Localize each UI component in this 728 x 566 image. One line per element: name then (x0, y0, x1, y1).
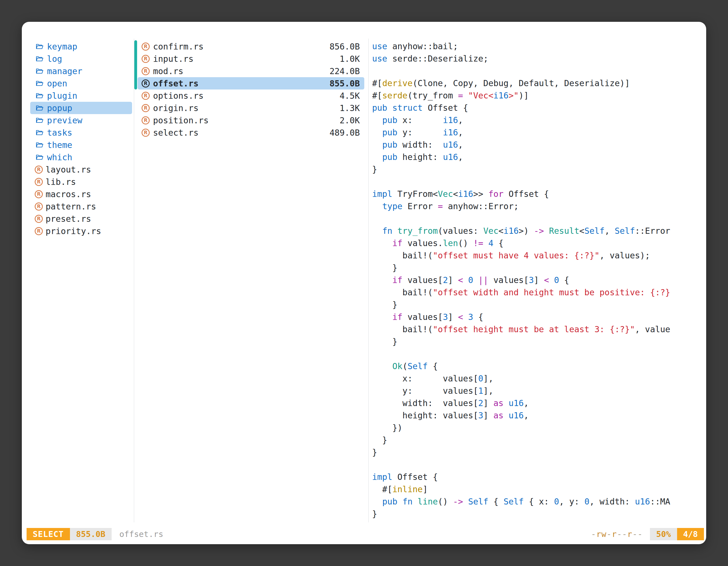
rust-file-icon: R (142, 55, 150, 63)
code-line: use serde::Deserialize; (372, 53, 701, 65)
sidebar-folder-popup[interactable]: popup (30, 102, 132, 114)
entry-name: macros.rs (46, 189, 91, 199)
code-line: } (372, 262, 701, 274)
code-line: #[serde(try_from = "Vec<i16>")] (372, 90, 701, 102)
code-line: impl TryFrom<Vec<i16>> for Offset { (372, 188, 701, 200)
code-line (372, 213, 701, 225)
sidebar-file-macros-rs[interactable]: Rmacros.rs (30, 188, 132, 200)
sidebar-file-layout-rs[interactable]: Rlayout.rs (30, 163, 132, 176)
code-line: x: values[0], (372, 372, 701, 385)
parent-directory-pane[interactable]: keymaplogmanageropenpluginpopuppreviewta… (30, 40, 132, 521)
file-name: input.rs (153, 54, 194, 64)
sidebar-file-priority-rs[interactable]: Rpriority.rs (30, 225, 132, 237)
rust-file-icon: R (142, 43, 150, 51)
file-size-badge: 855.0B (70, 528, 112, 540)
file-row-select-rs[interactable]: Rselect.rs489.0B (138, 126, 364, 139)
code-line: fn try_from(values: Vec<i16>) -> Result<… (372, 225, 701, 237)
sidebar-file-preset-rs[interactable]: Rpreset.rs (30, 213, 132, 225)
file-name: offset.rs (153, 79, 199, 88)
file-row-mod-rs[interactable]: Rmod.rs224.0B (138, 65, 364, 77)
file-size: 489.0B (330, 128, 360, 138)
status-bar: SELECT 855.0B offset.rs -rw-r--r-- 50% 4… (27, 528, 704, 540)
code-line (372, 348, 701, 360)
sidebar-folder-log[interactable]: log (30, 53, 132, 65)
scrollbar[interactable] (134, 40, 137, 90)
file-size: 224.0B (330, 66, 360, 76)
entry-name: popup (47, 103, 72, 113)
cursor-position-badge: 4/8 (677, 528, 704, 540)
code-line (372, 65, 701, 77)
folder-icon (35, 128, 44, 137)
code-line: if values[3] < 3 { (372, 311, 701, 323)
entry-name: preview (47, 116, 82, 125)
file-size: 855.0B (330, 79, 360, 88)
code-line: } (372, 163, 701, 176)
rust-file-icon: R (35, 190, 43, 198)
file-row-options-rs[interactable]: Roptions.rs4.5K (138, 90, 364, 102)
rust-file-icon: R (35, 166, 43, 174)
folder-icon (35, 104, 44, 112)
status-left: SELECT 855.0B offset.rs (27, 528, 163, 540)
entry-name: pattern.rs (46, 202, 96, 212)
rust-file-icon: R (142, 129, 150, 137)
sidebar-folder-open[interactable]: open (30, 77, 132, 90)
sidebar-folder-theme[interactable]: theme (30, 139, 132, 151)
code-line: Ok(Self { (372, 360, 701, 372)
file-size: 856.0B (330, 42, 360, 51)
code-line: } (372, 508, 701, 520)
yazi-file-manager-window: keymaplogmanageropenpluginpopuppreviewta… (22, 22, 706, 544)
file-size: 1.3K (340, 103, 360, 113)
file-row-offset-rs[interactable]: Roffset.rs855.0B (138, 77, 364, 90)
code-line: if values[2] < 0 || values[3] < 0 { (372, 274, 701, 286)
sidebar-folder-manager[interactable]: manager (30, 65, 132, 77)
file-name: mod.rs (153, 66, 183, 76)
sidebar-folder-keymap[interactable]: keymap (30, 40, 132, 53)
code-line: bail!("offset width and height must be p… (372, 286, 701, 299)
code-line (372, 459, 701, 471)
code-line: } (372, 335, 701, 348)
scroll-percent-badge: 50% (650, 528, 677, 540)
folder-icon (35, 153, 44, 161)
file-name: confirm.rs (153, 42, 204, 51)
entry-name: which (47, 152, 72, 162)
code-line: } (372, 299, 701, 311)
file-permissions: -rw-r--r-- (591, 529, 643, 539)
file-row-origin-rs[interactable]: Rorigin.rs1.3K (138, 102, 364, 114)
code-line: } (372, 446, 701, 459)
sidebar-file-pattern-rs[interactable]: Rpattern.rs (30, 200, 132, 213)
sidebar-folder-tasks[interactable]: tasks (30, 126, 132, 139)
code-line: } (372, 434, 701, 446)
sidebar-folder-plugin[interactable]: plugin (30, 90, 132, 102)
sidebar-file-lib-rs[interactable]: Rlib.rs (30, 176, 132, 188)
code-line: bail!("offset must have 4 values: {:?}",… (372, 250, 701, 262)
sidebar-folder-preview[interactable]: preview (30, 114, 132, 126)
file-preview-pane[interactable]: use anyhow::bail;use serde::Deserialize;… (372, 40, 701, 521)
folder-icon (35, 42, 44, 51)
rust-file-icon: R (35, 215, 43, 223)
file-list: Rconfirm.rs856.0BRinput.rs1.0KRmod.rs224… (134, 40, 367, 139)
entry-name: theme (47, 140, 72, 150)
code-line: width: values[2] as u16, (372, 397, 701, 409)
file-row-position-rs[interactable]: Rposition.rs2.0K (138, 114, 364, 126)
sidebar-folder-which[interactable]: which (30, 151, 132, 163)
entry-name: open (47, 79, 67, 88)
rust-file-icon: R (142, 79, 150, 88)
folder-icon (35, 79, 44, 88)
rust-file-icon: R (142, 116, 150, 125)
file-row-input-rs[interactable]: Rinput.rs1.0K (138, 53, 364, 65)
code-line (372, 176, 701, 188)
pane-divider (368, 39, 369, 522)
file-name: origin.rs (153, 103, 199, 113)
code-line: #[inline] (372, 483, 701, 495)
code-line: pub height: u16, (372, 151, 701, 163)
code-line: #[derive(Clone, Copy, Debug, Default, De… (372, 77, 701, 90)
folder-icon (35, 55, 44, 63)
code-line: impl Offset { (372, 471, 701, 483)
file-name: position.rs (153, 116, 209, 125)
folder-icon (35, 91, 44, 100)
file-size: 4.5K (340, 91, 360, 101)
file-row-confirm-rs[interactable]: Rconfirm.rs856.0B (138, 40, 364, 53)
status-right: -rw-r--r-- 50% 4/8 (591, 528, 704, 540)
current-directory-pane[interactable]: Rconfirm.rs856.0BRinput.rs1.0KRmod.rs224… (134, 40, 367, 521)
entry-name: keymap (47, 42, 77, 51)
